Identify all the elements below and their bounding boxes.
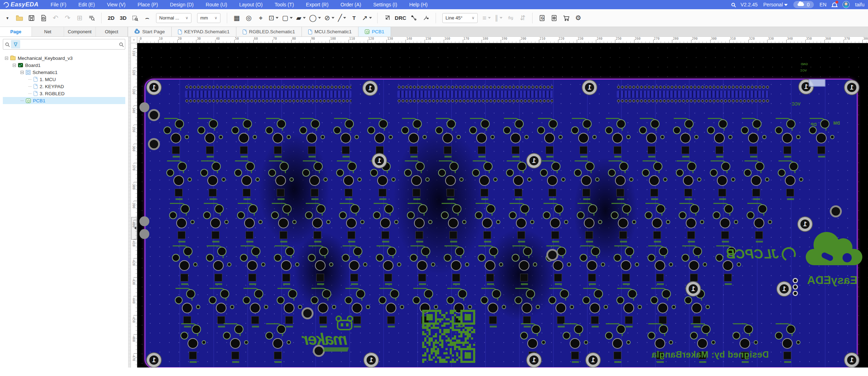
- notifications-button[interactable]: [832, 2, 837, 7]
- file-history-button[interactable]: [38, 12, 49, 24]
- pad-tool-button[interactable]: ◎: [243, 12, 254, 24]
- switch-center-hole: [553, 260, 563, 271]
- keepout-tool-button[interactable]: ⊘: [323, 12, 335, 24]
- notification-badge: [835, 1, 838, 4]
- tree-item-pcb1[interactable]: PCB1: [3, 97, 125, 104]
- tree-item-schematic1[interactable]: Schematic1: [3, 69, 125, 76]
- route-diff-button[interactable]: [421, 12, 431, 24]
- keyswitch-footprint: [711, 203, 743, 245]
- panel-tab-component[interactable]: Component: [64, 27, 96, 36]
- menu-route[interactable]: Route (U): [206, 2, 227, 7]
- workspace-switcher[interactable]: Personal: [763, 2, 788, 7]
- cloud-sync-button[interactable]: 0: [793, 1, 814, 8]
- line-mode-select[interactable]: Line 45°∨: [442, 13, 478, 23]
- menu-edit[interactable]: Edit (E): [78, 2, 95, 7]
- unit-select[interactable]: mm∨: [197, 13, 220, 23]
- dimension-tool-button[interactable]: ↗: [361, 12, 373, 24]
- tab-pcb1[interactable]: PCB1: [358, 27, 391, 36]
- tab-keypad-schematic1[interactable]: KEYPAD.Schematic1: [172, 27, 236, 36]
- menu-view[interactable]: View (V): [107, 2, 126, 7]
- switch-pin-hole: [626, 135, 631, 139]
- panel-tab-net[interactable]: Net: [32, 27, 64, 36]
- keyswitch-footprint: [196, 118, 228, 160]
- grid-settings-button[interactable]: ▦: [231, 12, 242, 24]
- h-ruler-label: 180: [482, 37, 488, 40]
- align-button-glyph: ≡: [483, 15, 487, 21]
- oval-tool-button[interactable]: ◯: [308, 12, 322, 24]
- design-manager-button[interactable]: [86, 12, 97, 24]
- menu-settings[interactable]: Settings (I): [373, 2, 397, 7]
- led-designator: [784, 361, 791, 363]
- tree-search-input[interactable]: [22, 40, 117, 48]
- keyswitch-footprint: [267, 160, 299, 202]
- menu-file[interactable]: File (F): [51, 2, 66, 7]
- solid-region-tool-button[interactable]: ▰: [295, 12, 307, 24]
- tab-mcu-schematic1[interactable]: MCU.Schematic1: [302, 27, 358, 36]
- tree-item-1-mcu[interactable]: 1. MCU: [3, 76, 125, 83]
- pcb-canvas[interactable]: 111111111111111VCCDPDMJLCPCBEasyEDADesig…: [137, 43, 868, 368]
- switch-pin-hole: [254, 289, 263, 298]
- jlc-logo-icon: [780, 245, 798, 263]
- panel-splitter[interactable]: [128, 37, 131, 368]
- toolbar-overflow-caret[interactable]: ▾: [2, 12, 13, 24]
- drc-button[interactable]: DRC: [394, 12, 408, 24]
- search-icon[interactable]: [731, 3, 735, 6]
- filter-button[interactable]: ∇: [11, 40, 20, 49]
- tree-item-mechanical-keyboard-v3[interactable]: Mechanical_Keyboard_v3: [3, 55, 125, 62]
- tree-collapse-toggle[interactable]: [13, 64, 16, 67]
- h-ruler-label: 220: [559, 37, 564, 40]
- footprint-tool-button[interactable]: ⊡: [268, 12, 280, 24]
- keyswitch-footprint: [400, 118, 432, 160]
- led-designator: [515, 198, 522, 200]
- board-icon: [18, 63, 23, 67]
- new-project-button[interactable]: [14, 12, 25, 24]
- h-ruler-label: 200: [521, 37, 526, 40]
- tree-item-label: 3. RGBLED: [40, 91, 65, 96]
- route-width-select[interactable]: Normal ...∨: [156, 13, 191, 23]
- avatar[interactable]: [843, 1, 850, 8]
- keyswitch-footprint: [372, 203, 403, 245]
- keyswitch-footprint: [539, 160, 570, 202]
- switch-pin-hole: [648, 254, 655, 262]
- switch-center-hole: [380, 218, 391, 228]
- tree-collapse-toggle[interactable]: [5, 57, 8, 60]
- text-tool-button[interactable]: T: [349, 12, 360, 24]
- zoom-window-button[interactable]: [130, 12, 140, 24]
- settings-button[interactable]: ⚙: [573, 12, 584, 24]
- language-button[interactable]: EN: [820, 2, 826, 7]
- view-2d-button[interactable]: 2D: [106, 12, 116, 24]
- tab-rgbled-schematic1[interactable]: RGBLED.Schematic1: [236, 27, 302, 36]
- search-submit-icon[interactable]: [119, 42, 123, 46]
- tree-item-board1[interactable]: Board1: [3, 62, 125, 69]
- gerber-export-button[interactable]: G: [537, 12, 547, 24]
- username-label[interactable]: taifu: [855, 2, 864, 7]
- import-changes-button[interactable]: [382, 12, 392, 24]
- menu-place[interactable]: Place (P): [138, 2, 158, 7]
- via-tool-button[interactable]: ⌖: [255, 12, 266, 24]
- view-3d-button[interactable]: 3D: [118, 12, 128, 24]
- led-designator: [209, 198, 217, 200]
- menu-layout[interactable]: Layout (O): [239, 2, 263, 7]
- easyeda-logo-text: EasyEDA: [807, 274, 857, 287]
- track-tool-button[interactable]: ╱: [337, 12, 347, 24]
- menu-export[interactable]: Export (R): [306, 2, 329, 7]
- menu-order[interactable]: Order (A): [340, 2, 361, 7]
- save-button[interactable]: [26, 12, 37, 24]
- switch-pin-hole: [243, 119, 252, 129]
- switch-pin-hole: [481, 296, 488, 304]
- menu-design[interactable]: Design (D): [170, 2, 194, 7]
- panel-tab-page[interactable]: Page: [0, 27, 32, 36]
- panel-tab-object[interactable]: Object: [96, 27, 128, 36]
- menu-tools[interactable]: Tools (T): [275, 2, 294, 7]
- menu-help[interactable]: Help (H): [409, 2, 427, 7]
- tree-item-2-keypad[interactable]: 2. KEYPAD: [3, 83, 125, 90]
- tab-start-page[interactable]: Start Page: [128, 27, 172, 36]
- order-pcb-button[interactable]: [561, 12, 571, 24]
- copper-area-tool-button[interactable]: ▢: [281, 12, 294, 24]
- board-preview-button[interactable]: ⌢: [142, 12, 153, 24]
- route-single-button[interactable]: [409, 12, 419, 24]
- silk-label-vcc: VCC: [792, 102, 800, 107]
- fabrication-file-button[interactable]: [549, 12, 559, 24]
- tree-collapse-toggle[interactable]: [21, 71, 24, 74]
- tree-item-3-rgbled[interactable]: 3. RGBLED: [3, 90, 125, 97]
